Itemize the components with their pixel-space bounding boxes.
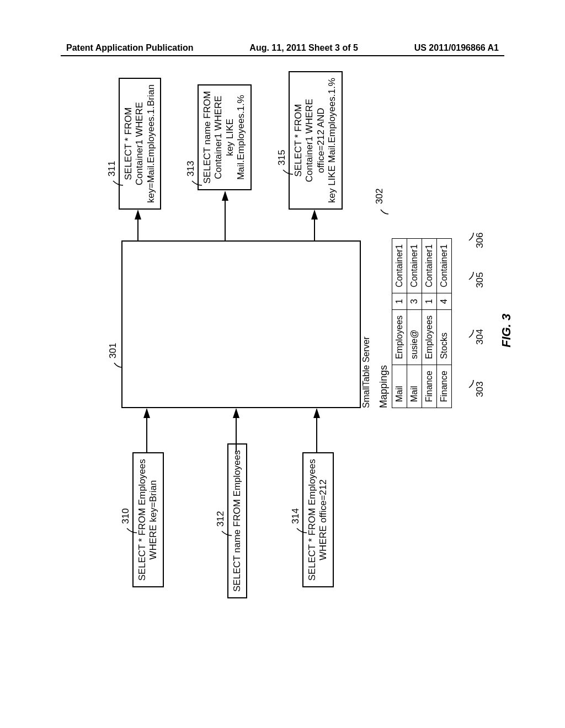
table-row: FinanceStocks4Container1 <box>437 238 452 408</box>
table-row: Mailsusie@3Container1 <box>407 238 422 408</box>
header-date-sheet: Aug. 11, 2011 Sheet 3 of 5 <box>249 43 358 53</box>
mappings-label: Mappings <box>378 365 390 408</box>
table-cell: Finance <box>422 365 437 408</box>
table-cell: susie@ <box>407 309 422 365</box>
table-row: MailEmployees1Container1 <box>392 238 407 408</box>
header-publication: Patent Application Publication <box>0 43 194 53</box>
ref-306: 306 <box>475 233 486 248</box>
figure-title: FIG. 3 <box>499 314 514 347</box>
ref-302: 302 <box>374 189 385 204</box>
figure-3: SmallTable Server 301 SELECT * FROM Empl… <box>28 143 552 579</box>
mappings-table: MailEmployees1Container1Mailsusie@3Conta… <box>392 238 452 408</box>
ref-305: 305 <box>475 272 486 288</box>
ref-303: 303 <box>475 382 486 397</box>
header-docnumber: US 2011/0196866 A1 <box>414 43 565 53</box>
table-cell: Mail <box>407 365 422 408</box>
table-cell: Stocks <box>437 309 452 365</box>
table-cell: 1 <box>422 293 437 310</box>
table-cell: Container1 <box>422 238 437 293</box>
table-cell: Container1 <box>407 238 422 293</box>
table-row: FinanceEmployees1Container1 <box>422 238 437 408</box>
table-cell: 4 <box>437 293 452 310</box>
table-cell: 3 <box>407 293 422 310</box>
table-cell: Container1 <box>392 238 407 293</box>
table-cell: Finance <box>437 365 452 408</box>
table-cell: Employees <box>422 309 437 365</box>
table-cell: Employees <box>392 309 407 365</box>
table-cell: 1 <box>392 293 407 310</box>
table-cell: Mail <box>392 365 407 408</box>
table-cell: Container1 <box>437 238 452 293</box>
ref-304: 304 <box>475 329 486 345</box>
